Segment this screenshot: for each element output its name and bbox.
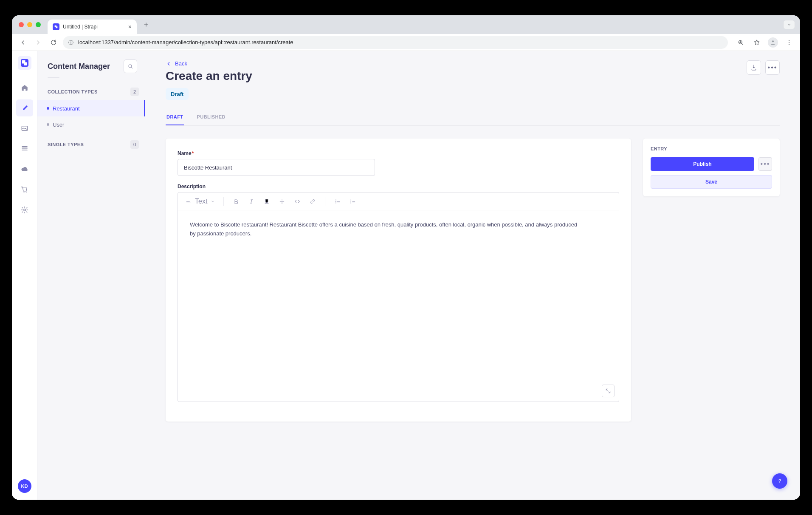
required-asterisk: * — [192, 150, 194, 156]
save-button[interactable]: Save — [651, 175, 772, 189]
svg-point-5 — [789, 44, 789, 45]
nav-settings-icon[interactable] — [16, 201, 33, 218]
question-icon — [776, 478, 783, 484]
reload-button-icon[interactable] — [48, 37, 59, 48]
import-export-button[interactable] — [747, 60, 761, 75]
profile-avatar-icon[interactable] — [767, 37, 779, 48]
expand-icon — [605, 388, 611, 394]
sidebar-section-collection-types[interactable]: COLLECTION TYPES 2 — [37, 86, 145, 100]
close-tab-icon[interactable]: × — [128, 23, 132, 30]
rte-code-icon[interactable] — [291, 195, 304, 208]
tab-overflow-button[interactable] — [783, 20, 795, 29]
publish-button[interactable]: Publish — [651, 157, 754, 171]
new-tab-button[interactable] — [140, 19, 152, 31]
status-badge: Draft — [166, 88, 189, 100]
divider — [48, 77, 59, 78]
browser-toolbar: localhost:1337/admin/content-manager/col… — [12, 34, 800, 51]
entry-panel-title: ENTRY — [651, 146, 772, 151]
site-info-icon[interactable] — [68, 40, 74, 45]
rich-text-editor: Text — [178, 192, 619, 402]
nav-content-manager-icon[interactable] — [16, 99, 33, 116]
tab-draft[interactable]: DRAFT — [166, 110, 184, 125]
paragraph-label: Text — [195, 198, 207, 205]
svg-text:3: 3 — [351, 202, 352, 204]
publish-label: Publish — [693, 161, 711, 167]
field-description-group: Description Text — [178, 184, 619, 402]
arrow-left-icon — [166, 61, 172, 67]
sidebar: Content Manager COLLECTION TYPES 2 Resta… — [37, 51, 145, 500]
svg-point-12 — [23, 209, 25, 211]
app: KD Content Manager COLLECTION TYPES 2 — [12, 51, 800, 500]
nav-cloud-icon[interactable] — [16, 161, 33, 178]
nav-home-icon[interactable] — [16, 79, 33, 96]
address-bar[interactable]: localhost:1337/admin/content-manager/col… — [63, 36, 728, 49]
browser-window: Untitled | Strapi × — [12, 15, 800, 500]
svg-point-16 — [336, 202, 336, 203]
sidebar-title: Content Manager — [48, 62, 110, 71]
sidebar-item-label: User — [53, 122, 64, 128]
kebab-menu-icon[interactable] — [783, 37, 795, 48]
titlebar: Untitled | Strapi × — [12, 15, 800, 34]
strapi-logo-icon[interactable] — [18, 56, 31, 70]
rte-bold-icon[interactable] — [230, 195, 242, 208]
rte-paragraph-selector[interactable]: Text — [183, 198, 217, 205]
user-initials: KD — [21, 484, 28, 489]
close-window-button[interactable] — [19, 22, 24, 27]
page-title: Create an entry — [166, 69, 780, 83]
sidebar-search-button[interactable] — [124, 59, 137, 73]
field-name-group: Name* — [178, 150, 619, 176]
nav-content-type-builder-icon[interactable] — [16, 140, 33, 157]
minimize-window-button[interactable] — [27, 22, 32, 27]
rte-underline-icon[interactable] — [260, 195, 273, 208]
more-actions-button[interactable]: ••• — [765, 60, 780, 75]
sidebar-section-single-types[interactable]: SINGLE TYPES 0 — [37, 139, 145, 153]
browser-tab[interactable]: Untitled | Strapi × — [48, 20, 137, 34]
content-tabs: DRAFT PUBLISHED — [166, 110, 780, 126]
name-input[interactable] — [178, 159, 375, 176]
window-controls — [19, 22, 41, 27]
svg-point-4 — [789, 42, 789, 42]
dots-icon: ••• — [761, 160, 770, 168]
tab-published[interactable]: PUBLISHED — [196, 110, 226, 125]
rte-bullet-list-icon[interactable] — [331, 195, 344, 208]
paragraph-icon — [186, 198, 192, 204]
rte-expand-button[interactable] — [602, 385, 615, 397]
back-link[interactable]: Back — [166, 60, 187, 67]
rte-strikethrough-icon[interactable] — [276, 195, 288, 208]
svg-point-15 — [336, 201, 336, 202]
sidebar-item-restaurant[interactable]: Restaurant — [37, 100, 145, 116]
svg-rect-7 — [22, 146, 28, 147]
count-badge: 2 — [130, 88, 139, 96]
svg-point-14 — [336, 199, 336, 200]
user-avatar[interactable]: KD — [18, 479, 31, 493]
content: ••• Back Create an entry Draft DRAFT PUB… — [145, 51, 800, 500]
svg-point-20 — [779, 482, 780, 483]
rte-italic-icon[interactable] — [245, 195, 258, 208]
nav-marketplace-icon[interactable] — [16, 181, 33, 198]
label-text: Name — [178, 150, 192, 156]
rte-link-icon[interactable] — [306, 195, 319, 208]
svg-rect-9 — [22, 150, 28, 151]
svg-point-3 — [789, 40, 789, 41]
url-text: localhost:1337/admin/content-manager/col… — [78, 39, 293, 45]
form-panel: Name* Description Text — [166, 139, 631, 422]
bookmark-star-icon[interactable] — [751, 37, 763, 48]
description-text: Welcome to Biscotte restaurant! Restaura… — [190, 221, 581, 238]
sidebar-section-label: SINGLE TYPES — [48, 142, 84, 147]
description-label: Description — [178, 184, 619, 190]
svg-point-2 — [772, 40, 774, 42]
help-fab-button[interactable] — [772, 473, 787, 489]
maximize-window-button[interactable] — [36, 22, 41, 27]
back-button-icon[interactable] — [17, 37, 29, 48]
svg-point-13 — [129, 65, 132, 68]
rte-content-area[interactable]: Welcome to Biscotte restaurant! Restaura… — [178, 210, 619, 402]
save-label: Save — [705, 179, 717, 185]
sidebar-item-user[interactable]: User — [37, 116, 145, 133]
sidebar-section-label: COLLECTION TYPES — [48, 89, 98, 94]
entry-more-button[interactable]: ••• — [758, 157, 772, 171]
forward-button-icon[interactable] — [32, 37, 44, 48]
zoom-icon[interactable] — [735, 37, 747, 48]
nav-media-library-icon[interactable] — [16, 120, 33, 137]
nav-rail: KD — [12, 51, 37, 500]
rte-numbered-list-icon[interactable]: 123 — [347, 195, 359, 208]
